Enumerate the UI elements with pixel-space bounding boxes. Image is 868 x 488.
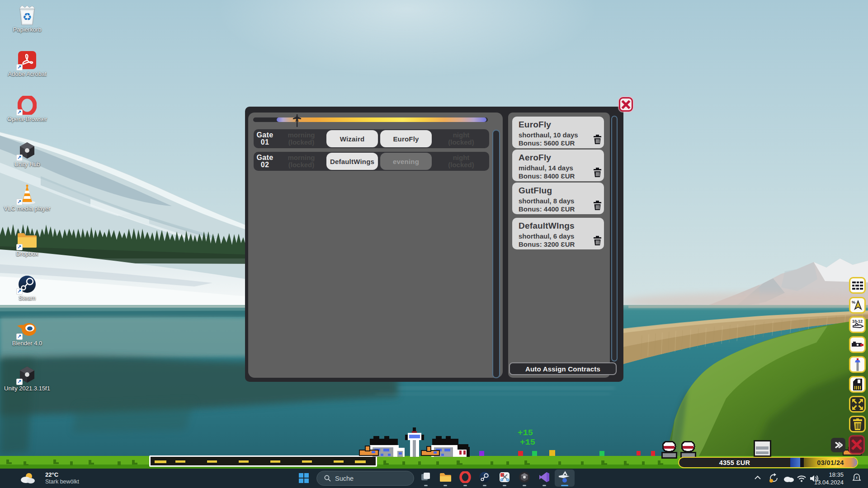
svg-text:+15: +15 — [518, 428, 533, 438]
svg-text:♻: ♻ — [23, 11, 32, 23]
svg-text:%: % — [852, 300, 855, 305]
svg-text:+15: +15 — [520, 437, 535, 447]
svg-text:10-12: 10-12 — [852, 319, 863, 324]
svg-text:z: z — [856, 475, 858, 479]
